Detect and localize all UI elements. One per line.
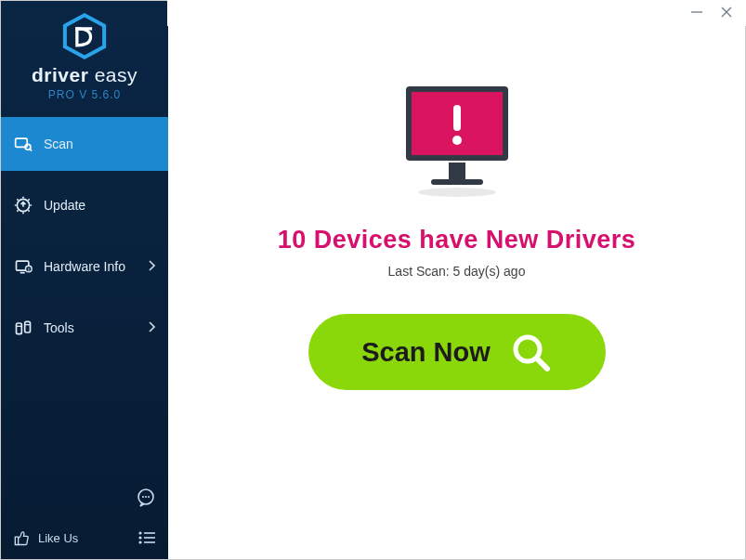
app-logo-icon [60,12,109,60]
scan-now-label: Scan Now [361,337,491,368]
hardware-info-icon: i [14,257,33,276]
version-label: PRO V 5.6.0 [48,88,121,101]
nav-hardware-info[interactable]: i Hardware Info [1,240,168,293]
minimize-button[interactable] [690,6,703,21]
svg-point-18 [142,496,144,498]
update-icon [14,196,33,215]
chevron-right-icon [148,260,155,274]
logo-block: driver easy PRO V 5.6.0 [1,1,168,112]
menu-icon[interactable] [137,527,157,548]
svg-rect-14 [25,321,31,332]
nav-label: Hardware Info [44,259,137,274]
nav-tools[interactable]: Tools [1,301,168,355]
svg-line-7 [31,150,33,151]
headline: 10 Devices have New Drivers [278,226,636,254]
svg-rect-30 [431,179,483,185]
close-button[interactable] [720,6,733,21]
nav: Scan Update i Hardware Info [1,117,168,362]
alert-monitor-illustration [387,77,527,207]
svg-point-21 [138,531,141,534]
svg-rect-32 [453,105,461,131]
feedback-icon[interactable] [135,487,157,513]
svg-point-19 [145,496,147,498]
svg-line-35 [537,358,547,369]
svg-rect-13 [17,323,22,334]
sidebar-footer: Like Us [1,518,168,559]
svg-point-33 [452,136,462,145]
scan-icon [14,135,33,153]
thumbs-up-icon [12,528,31,547]
tools-icon [14,319,33,337]
last-scan-label: Last Scan: 5 day(s) ago [388,264,526,279]
chevron-right-icon [148,321,155,335]
scan-now-button[interactable]: Scan Now [308,314,606,390]
nav-scan[interactable]: Scan [1,117,168,171]
nav-label: Tools [44,320,137,335]
like-us-label: Like Us [38,531,78,545]
svg-marker-3 [65,15,104,58]
svg-point-25 [138,540,141,543]
search-icon [509,331,552,373]
nav-label: Update [44,198,155,213]
nav-update[interactable]: Update [1,178,168,232]
svg-point-31 [418,188,496,197]
svg-rect-29 [449,163,465,179]
brand-name: driver easy [32,64,137,86]
main-panel: 10 Devices have New Drivers Last Scan: 5… [168,1,745,559]
sidebar: driver easy PRO V 5.6.0 Scan Update [1,1,168,559]
nav-label: Scan [44,137,155,151]
svg-point-23 [138,536,141,539]
titlebar [167,0,746,26]
svg-point-20 [148,496,150,498]
like-us-button[interactable]: Like Us [12,528,137,547]
